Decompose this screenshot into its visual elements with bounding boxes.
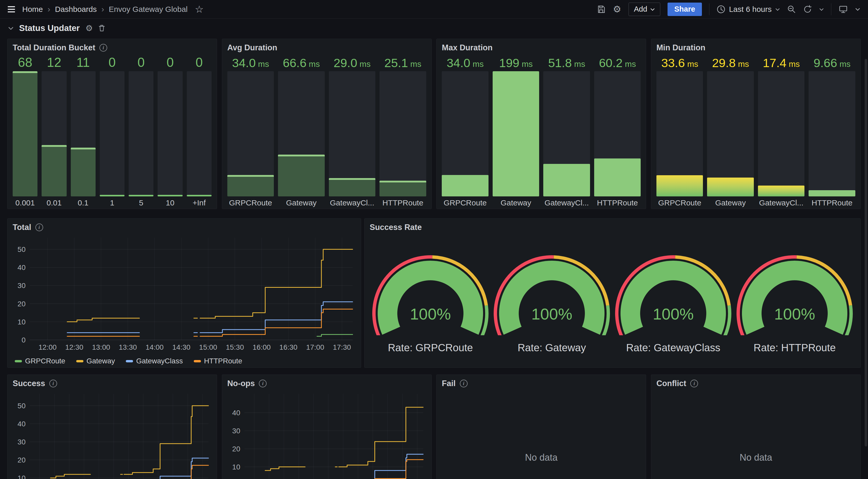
breadcrumb-home[interactable]: Home <box>22 5 43 14</box>
stat-bar-label: GatewayCl... <box>329 196 376 207</box>
kiosk-monitor-icon[interactable] <box>839 5 848 14</box>
timeseries-chart[interactable]: 010203040 <box>227 389 427 479</box>
stat-value: 11 <box>71 53 96 69</box>
stat-bar-track <box>13 71 37 196</box>
info-icon[interactable]: i <box>460 380 468 387</box>
svg-text:10: 10 <box>232 463 240 471</box>
stat-value: 68 <box>13 53 37 69</box>
row-settings-gear-icon[interactable]: ⚙ <box>86 24 93 32</box>
stat-bar-track <box>71 71 96 196</box>
stat-column: 110.1 <box>71 53 96 207</box>
bar-gauge: 34.0msGRPCRoute66.6msGateway29.0msGatewa… <box>227 53 426 207</box>
panel-title[interactable]: Total <box>13 223 31 232</box>
share-button[interactable]: Share <box>668 3 702 16</box>
info-icon[interactable]: i <box>690 380 698 387</box>
breadcrumb-dashboards[interactable]: Dashboards <box>55 5 97 14</box>
legend-label: HTTPRoute <box>204 357 242 365</box>
stat-value: 17.4ms <box>758 53 805 69</box>
panel-title[interactable]: Total Duration Bucket <box>13 43 95 53</box>
legend-item[interactable]: GatewayClass <box>126 357 183 365</box>
info-icon[interactable]: i <box>35 224 43 231</box>
stat-column: 01 <box>100 53 125 207</box>
stat-bar-label: GatewayCl... <box>758 196 805 207</box>
gauge-label: Rate: HTTPRoute <box>753 342 836 353</box>
add-button[interactable]: Add <box>628 3 660 16</box>
svg-text:30: 30 <box>18 281 26 289</box>
stat-column: 0+Inf <box>187 53 212 207</box>
stat-column: 120.01 <box>41 53 66 207</box>
stat-bar-label: Gateway <box>278 196 325 207</box>
row-delete-trash-icon[interactable] <box>98 25 105 32</box>
stat-bar-track <box>278 71 325 196</box>
stat-bar-track <box>129 71 153 196</box>
stat-value: 199ms <box>493 53 539 69</box>
legend-item[interactable]: Gateway <box>76 357 115 365</box>
panel-min-duration: Min Duration 33.6msGRPCRoute29.8msGatewa… <box>651 39 861 209</box>
legend-color-pill <box>76 360 84 362</box>
stat-bar-label: GRPCRoute <box>442 196 489 207</box>
stat-bar-track <box>543 71 590 196</box>
stat-bar-fill <box>707 177 754 196</box>
stat-column: 680.001 <box>13 53 37 207</box>
panel-title[interactable]: No-ops <box>227 379 255 388</box>
zoom-out-icon[interactable] <box>787 5 796 14</box>
breadcrumb-separator: › <box>48 4 51 14</box>
info-icon[interactable]: i <box>259 380 267 387</box>
clock-icon <box>717 5 725 14</box>
time-range-label: Last 6 hours <box>729 5 772 14</box>
svg-text:17:00: 17:00 <box>306 343 324 351</box>
svg-text:20: 20 <box>18 300 26 308</box>
gauge: 100%Rate: GRPCRoute <box>370 233 491 366</box>
stat-value: 34.0ms <box>227 53 274 69</box>
chevron-down-icon[interactable] <box>855 7 860 11</box>
panel-conflict: Conflict i No data <box>651 374 861 479</box>
panel-title[interactable]: Success Rate <box>370 223 422 232</box>
info-icon[interactable]: i <box>49 380 57 387</box>
info-icon[interactable]: i <box>99 44 107 52</box>
timeseries-chart[interactable]: 12:0012:3013:0013:3014:0014:3015:0015:30… <box>13 233 356 355</box>
legend-label: Gateway <box>87 357 115 365</box>
row-title[interactable]: Status Updater <box>19 23 80 33</box>
bar-gauge: 34.0msGRPCRoute199msGateway51.8msGateway… <box>442 53 641 207</box>
panel-no-ops: No-ops i 010203040 <box>222 374 432 479</box>
gauge-label: Rate: Gateway <box>518 342 586 353</box>
panel-total-duration-bucket: Total Duration Bucket i 680.001120.01110… <box>7 39 217 209</box>
menu-icon[interactable] <box>7 5 16 13</box>
svg-text:50: 50 <box>18 245 26 253</box>
bar-gauge: 33.6msGRPCRoute29.8msGateway17.4msGatewa… <box>656 53 855 207</box>
panel-title[interactable]: Fail <box>442 379 456 388</box>
timeseries-chart[interactable]: 01020304050 <box>13 389 212 479</box>
stat-bar-label: GatewayCl... <box>543 196 590 207</box>
svg-text:20: 20 <box>18 456 26 464</box>
divider <box>831 3 831 15</box>
legend-item[interactable]: GRPCRoute <box>15 357 65 365</box>
legend-item[interactable]: HTTPRoute <box>194 357 242 365</box>
stat-bar-label: 0.1 <box>71 196 96 207</box>
bar-gauge: 680.001120.01110.101050100+Inf <box>13 53 212 207</box>
no-data-message: No data <box>651 452 861 463</box>
legend-color-pill <box>15 360 22 362</box>
favorite-star-icon[interactable]: ☆ <box>195 4 204 14</box>
refresh-icon[interactable] <box>803 5 812 14</box>
page-scrollbar[interactable] <box>865 59 867 446</box>
stat-bar-fill <box>41 145 66 196</box>
panel-title[interactable]: Max Duration <box>442 43 492 53</box>
panel-title[interactable]: Min Duration <box>656 43 705 53</box>
row-collapse-chevron-icon[interactable] <box>8 27 13 30</box>
dashboard: Status Updater ⚙ Total Duration Bucket i… <box>0 21 868 479</box>
svg-text:10: 10 <box>18 318 26 326</box>
panel-title[interactable]: Avg Duration <box>227 43 277 53</box>
stat-column: 010 <box>158 53 182 207</box>
panel-title[interactable]: Conflict <box>656 379 686 388</box>
panel-title[interactable]: Success <box>13 379 45 388</box>
legend-label: GRPCRoute <box>25 357 65 365</box>
stat-bar-track <box>187 71 212 196</box>
stat-bar-track <box>594 71 641 196</box>
row-header-status-updater: Status Updater ⚙ <box>7 21 861 35</box>
refresh-interval-chevron-icon[interactable] <box>819 8 824 11</box>
svg-text:13:30: 13:30 <box>119 343 137 351</box>
save-icon[interactable] <box>597 5 606 14</box>
settings-gear-icon[interactable]: ⚙ <box>613 5 621 14</box>
stat-value: 0 <box>100 53 125 69</box>
time-range-picker[interactable]: Last 6 hours <box>717 5 780 14</box>
